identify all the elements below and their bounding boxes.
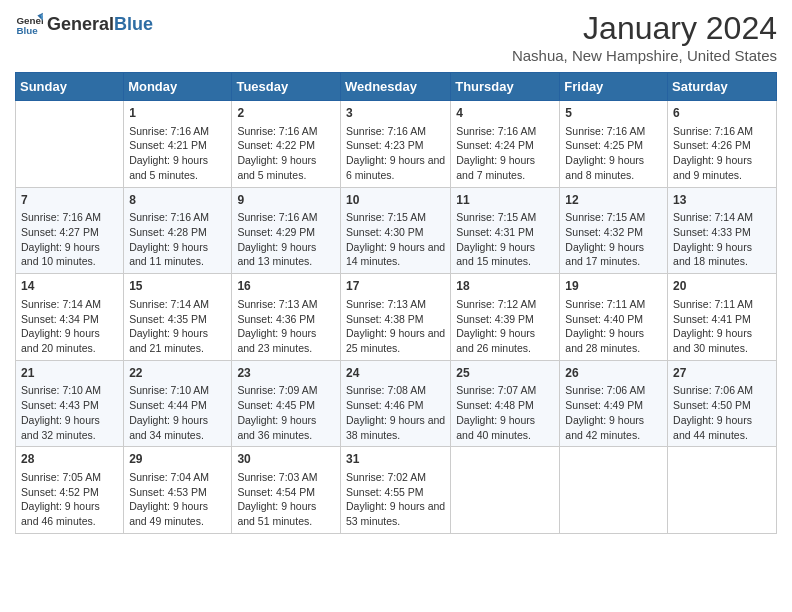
logo-icon: General Blue bbox=[15, 10, 43, 38]
daylight-text: Daylight: 9 hours and 14 minutes. bbox=[346, 240, 445, 269]
weekday-header-row: SundayMondayTuesdayWednesdayThursdayFrid… bbox=[16, 73, 777, 101]
daylight-text: Daylight: 9 hours and 53 minutes. bbox=[346, 499, 445, 528]
calendar-cell bbox=[16, 101, 124, 188]
daylight-text: Daylight: 9 hours and 5 minutes. bbox=[237, 153, 335, 182]
sunset-text: Sunset: 4:52 PM bbox=[21, 485, 118, 500]
sunset-text: Sunset: 4:45 PM bbox=[237, 398, 335, 413]
sunrise-text: Sunrise: 7:16 AM bbox=[21, 210, 118, 225]
calendar-cell: 23Sunrise: 7:09 AMSunset: 4:45 PMDayligh… bbox=[232, 360, 341, 447]
day-number: 6 bbox=[673, 105, 771, 122]
day-number: 1 bbox=[129, 105, 226, 122]
day-number: 21 bbox=[21, 365, 118, 382]
day-number: 22 bbox=[129, 365, 226, 382]
calendar-cell: 12Sunrise: 7:15 AMSunset: 4:32 PMDayligh… bbox=[560, 187, 668, 274]
calendar-cell: 18Sunrise: 7:12 AMSunset: 4:39 PMDayligh… bbox=[451, 274, 560, 361]
week-row-1: 1Sunrise: 7:16 AMSunset: 4:21 PMDaylight… bbox=[16, 101, 777, 188]
calendar-cell: 10Sunrise: 7:15 AMSunset: 4:30 PMDayligh… bbox=[340, 187, 450, 274]
daylight-text: Daylight: 9 hours and 38 minutes. bbox=[346, 413, 445, 442]
day-number: 23 bbox=[237, 365, 335, 382]
day-number: 15 bbox=[129, 278, 226, 295]
sunrise-text: Sunrise: 7:14 AM bbox=[129, 297, 226, 312]
month-title: January 2024 bbox=[512, 10, 777, 47]
calendar-cell: 2Sunrise: 7:16 AMSunset: 4:22 PMDaylight… bbox=[232, 101, 341, 188]
day-number: 30 bbox=[237, 451, 335, 468]
daylight-text: Daylight: 9 hours and 51 minutes. bbox=[237, 499, 335, 528]
sunrise-text: Sunrise: 7:10 AM bbox=[21, 383, 118, 398]
week-row-3: 14Sunrise: 7:14 AMSunset: 4:34 PMDayligh… bbox=[16, 274, 777, 361]
calendar-cell: 31Sunrise: 7:02 AMSunset: 4:55 PMDayligh… bbox=[340, 447, 450, 534]
daylight-text: Daylight: 9 hours and 5 minutes. bbox=[129, 153, 226, 182]
daylight-text: Daylight: 9 hours and 17 minutes. bbox=[565, 240, 662, 269]
sunrise-text: Sunrise: 7:16 AM bbox=[565, 124, 662, 139]
calendar-cell: 19Sunrise: 7:11 AMSunset: 4:40 PMDayligh… bbox=[560, 274, 668, 361]
sunrise-text: Sunrise: 7:16 AM bbox=[456, 124, 554, 139]
calendar-cell: 29Sunrise: 7:04 AMSunset: 4:53 PMDayligh… bbox=[124, 447, 232, 534]
sunrise-text: Sunrise: 7:14 AM bbox=[21, 297, 118, 312]
weekday-header-saturday: Saturday bbox=[668, 73, 777, 101]
sunset-text: Sunset: 4:35 PM bbox=[129, 312, 226, 327]
sunrise-text: Sunrise: 7:16 AM bbox=[129, 210, 226, 225]
sunset-text: Sunset: 4:24 PM bbox=[456, 138, 554, 153]
location-title: Nashua, New Hampshire, United States bbox=[512, 47, 777, 64]
daylight-text: Daylight: 9 hours and 40 minutes. bbox=[456, 413, 554, 442]
daylight-text: Daylight: 9 hours and 11 minutes. bbox=[129, 240, 226, 269]
sunrise-text: Sunrise: 7:11 AM bbox=[565, 297, 662, 312]
day-number: 3 bbox=[346, 105, 445, 122]
day-number: 11 bbox=[456, 192, 554, 209]
calendar-cell: 1Sunrise: 7:16 AMSunset: 4:21 PMDaylight… bbox=[124, 101, 232, 188]
daylight-text: Daylight: 9 hours and 32 minutes. bbox=[21, 413, 118, 442]
logo: General Blue GeneralBlue bbox=[15, 10, 153, 38]
sunset-text: Sunset: 4:39 PM bbox=[456, 312, 554, 327]
daylight-text: Daylight: 9 hours and 13 minutes. bbox=[237, 240, 335, 269]
sunset-text: Sunset: 4:41 PM bbox=[673, 312, 771, 327]
daylight-text: Daylight: 9 hours and 25 minutes. bbox=[346, 326, 445, 355]
daylight-text: Daylight: 9 hours and 7 minutes. bbox=[456, 153, 554, 182]
svg-text:Blue: Blue bbox=[16, 25, 38, 36]
daylight-text: Daylight: 9 hours and 44 minutes. bbox=[673, 413, 771, 442]
sunrise-text: Sunrise: 7:16 AM bbox=[129, 124, 226, 139]
day-number: 28 bbox=[21, 451, 118, 468]
day-number: 16 bbox=[237, 278, 335, 295]
weekday-header-friday: Friday bbox=[560, 73, 668, 101]
day-number: 27 bbox=[673, 365, 771, 382]
sunrise-text: Sunrise: 7:15 AM bbox=[565, 210, 662, 225]
sunrise-text: Sunrise: 7:16 AM bbox=[237, 124, 335, 139]
sunset-text: Sunset: 4:22 PM bbox=[237, 138, 335, 153]
daylight-text: Daylight: 9 hours and 6 minutes. bbox=[346, 153, 445, 182]
day-number: 19 bbox=[565, 278, 662, 295]
weekday-header-thursday: Thursday bbox=[451, 73, 560, 101]
day-number: 2 bbox=[237, 105, 335, 122]
day-number: 9 bbox=[237, 192, 335, 209]
sunrise-text: Sunrise: 7:05 AM bbox=[21, 470, 118, 485]
sunset-text: Sunset: 4:36 PM bbox=[237, 312, 335, 327]
day-number: 25 bbox=[456, 365, 554, 382]
calendar-cell: 3Sunrise: 7:16 AMSunset: 4:23 PMDaylight… bbox=[340, 101, 450, 188]
week-row-5: 28Sunrise: 7:05 AMSunset: 4:52 PMDayligh… bbox=[16, 447, 777, 534]
sunrise-text: Sunrise: 7:04 AM bbox=[129, 470, 226, 485]
calendar-table: SundayMondayTuesdayWednesdayThursdayFrid… bbox=[15, 72, 777, 534]
calendar-cell: 11Sunrise: 7:15 AMSunset: 4:31 PMDayligh… bbox=[451, 187, 560, 274]
calendar-cell: 21Sunrise: 7:10 AMSunset: 4:43 PMDayligh… bbox=[16, 360, 124, 447]
day-number: 31 bbox=[346, 451, 445, 468]
sunset-text: Sunset: 4:46 PM bbox=[346, 398, 445, 413]
sunrise-text: Sunrise: 7:11 AM bbox=[673, 297, 771, 312]
daylight-text: Daylight: 9 hours and 15 minutes. bbox=[456, 240, 554, 269]
sunrise-text: Sunrise: 7:09 AM bbox=[237, 383, 335, 398]
daylight-text: Daylight: 9 hours and 28 minutes. bbox=[565, 326, 662, 355]
sunset-text: Sunset: 4:43 PM bbox=[21, 398, 118, 413]
daylight-text: Daylight: 9 hours and 26 minutes. bbox=[456, 326, 554, 355]
logo-text: GeneralBlue bbox=[47, 14, 153, 35]
calendar-cell: 13Sunrise: 7:14 AMSunset: 4:33 PMDayligh… bbox=[668, 187, 777, 274]
logo-general: General bbox=[47, 14, 114, 34]
sunset-text: Sunset: 4:23 PM bbox=[346, 138, 445, 153]
sunrise-text: Sunrise: 7:03 AM bbox=[237, 470, 335, 485]
calendar-cell: 4Sunrise: 7:16 AMSunset: 4:24 PMDaylight… bbox=[451, 101, 560, 188]
sunrise-text: Sunrise: 7:08 AM bbox=[346, 383, 445, 398]
sunrise-text: Sunrise: 7:16 AM bbox=[346, 124, 445, 139]
sunset-text: Sunset: 4:31 PM bbox=[456, 225, 554, 240]
daylight-text: Daylight: 9 hours and 9 minutes. bbox=[673, 153, 771, 182]
calendar-cell: 20Sunrise: 7:11 AMSunset: 4:41 PMDayligh… bbox=[668, 274, 777, 361]
day-number: 26 bbox=[565, 365, 662, 382]
day-number: 17 bbox=[346, 278, 445, 295]
daylight-text: Daylight: 9 hours and 46 minutes. bbox=[21, 499, 118, 528]
